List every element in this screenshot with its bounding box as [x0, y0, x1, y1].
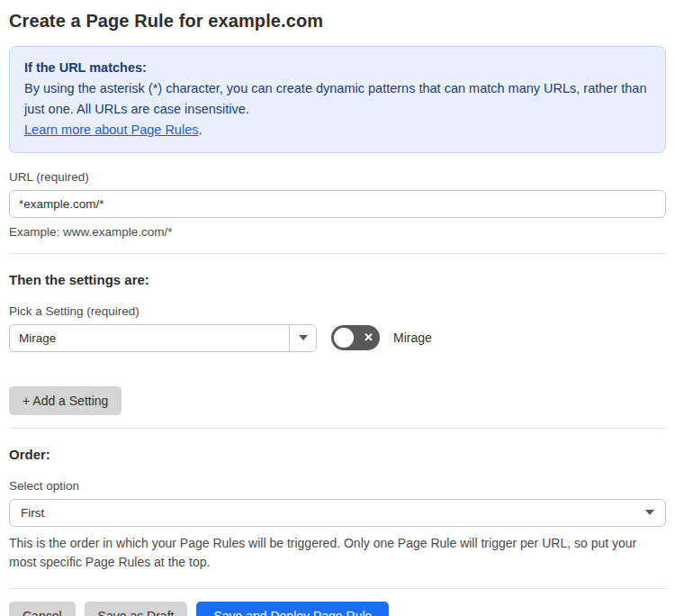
order-help-text: This is the order in which your Page Rul…: [9, 534, 666, 573]
save-as-draft-button[interactable]: Save as Draft: [85, 602, 188, 616]
order-section-heading: Order:: [9, 447, 666, 462]
info-box-heading: If the URL matches:: [24, 58, 651, 78]
order-select[interactable]: First: [9, 499, 666, 527]
learn-more-link[interactable]: Learn more about Page Rules: [24, 122, 198, 137]
caret-down-icon: [299, 335, 308, 340]
add-setting-button[interactable]: + Add a Setting: [9, 386, 122, 415]
info-box-body: By using the asterisk (*) character, you…: [24, 78, 651, 120]
url-example-hint: Example: www.example.com/*: [9, 225, 666, 239]
url-input[interactable]: [9, 190, 666, 218]
section-divider: [9, 253, 666, 254]
form-actions: Cancel Save as Draft Save and Deploy Pag…: [9, 602, 666, 616]
setting-dropdown[interactable]: Mirage: [9, 324, 317, 352]
info-box-link-line: Learn more about Page Rules.: [24, 120, 651, 140]
setting-dropdown-value[interactable]: Mirage: [10, 325, 289, 351]
page-title: Create a Page Rule for example.com: [9, 11, 666, 32]
page-rule-form: Create a Page Rule for example.com If th…: [0, 0, 675, 616]
caret-down-icon: [645, 510, 654, 515]
order-select-value: First: [21, 506, 44, 520]
settings-section-heading: Then the settings are:: [9, 272, 666, 287]
url-field-label: URL (required): [9, 170, 666, 184]
link-suffix: .: [198, 122, 202, 137]
section-divider: [9, 428, 666, 429]
toggle-label: Mirage: [393, 331, 432, 345]
toggle-off-x-icon: ✕: [364, 331, 374, 343]
setting-row: Mirage ✕ Mirage: [9, 324, 666, 352]
toggle-knob: [334, 328, 354, 348]
setting-dropdown-arrow-button[interactable]: [289, 325, 316, 351]
save-and-deploy-button[interactable]: Save and Deploy Page Rule: [196, 602, 389, 616]
cancel-button[interactable]: Cancel: [9, 602, 76, 616]
url-match-info-box: If the URL matches: By using the asteris…: [9, 46, 666, 153]
pick-setting-label: Pick a Setting (required): [9, 304, 666, 318]
section-divider: [9, 588, 666, 589]
order-select-label: Select option: [9, 479, 666, 493]
mirage-toggle[interactable]: ✕: [331, 325, 380, 350]
